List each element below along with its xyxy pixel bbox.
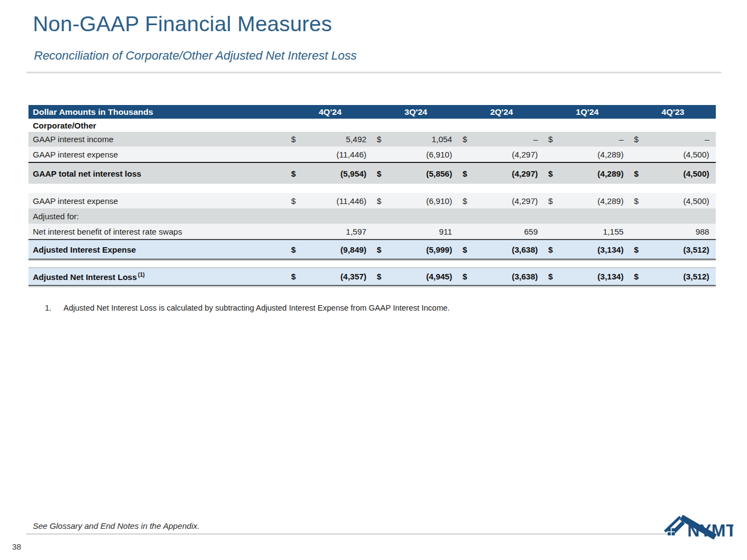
- cell: $(4,289): [545, 196, 630, 206]
- row-label: Adjusted Net Interest Loss(1): [28, 272, 287, 282]
- slide: Non-GAAP Financial Measures Reconciliati…: [0, 0, 747, 560]
- logo-text: NYMT: [687, 521, 733, 540]
- cell: 1,155: [545, 227, 630, 236]
- cell: (4,500): [630, 150, 716, 159]
- page-subtitle: Reconciliation of Corporate/Other Adjust…: [34, 49, 357, 63]
- reconciliation-table: Dollar Amounts in Thousands 4Q'24 3Q'24 …: [28, 105, 716, 287]
- cell: (11,446): [287, 150, 373, 159]
- section-label: Corporate/Other: [28, 121, 287, 130]
- cell: $(6,910): [373, 196, 459, 206]
- cell: $5,492: [287, 135, 373, 144]
- table-row-adjusted-for: Adjusted for:: [28, 208, 716, 224]
- cell: $(3,638): [459, 245, 545, 254]
- section-row: Corporate/Other: [28, 119, 716, 132]
- cell: $–: [630, 135, 716, 144]
- table-header-label: Dollar Amounts in Thousands: [28, 107, 287, 117]
- row-label: Adjusted Interest Expense: [28, 245, 287, 254]
- nymt-logo: NYMT: [662, 514, 733, 540]
- row-spacer: [28, 261, 716, 267]
- cell: $(5,954): [287, 169, 373, 178]
- cell: $(3,638): [459, 272, 545, 281]
- cell: $(3,512): [630, 245, 716, 254]
- cell: $(4,297): [459, 196, 545, 206]
- cell: $(3,512): [630, 272, 716, 281]
- cell: 911: [373, 227, 459, 236]
- column-header-2q24: 2Q'24: [459, 107, 545, 117]
- cell: $(4,289): [545, 169, 630, 178]
- footnote-text: Adjusted Net Interest Loss is calculated…: [63, 304, 450, 312]
- cell: $(4,500): [630, 169, 716, 178]
- table-row-adjusted-interest-expense: Adjusted Interest Expense $(9,849) $(5,9…: [28, 239, 716, 260]
- cell: $1,054: [373, 135, 459, 144]
- row-label: GAAP interest expense: [28, 150, 287, 159]
- cell: $–: [545, 135, 630, 144]
- table-row-gaap-interest-expense: GAAP interest expense (11,446) (6,910) (…: [28, 147, 716, 162]
- cell: 988: [630, 227, 716, 236]
- header-divider: [26, 72, 721, 73]
- cell: $(4,357): [287, 272, 373, 281]
- cell: 659: [459, 227, 545, 236]
- cell: $(9,849): [287, 245, 373, 254]
- column-header-3q24: 3Q'24: [373, 107, 459, 117]
- row-label: GAAP interest income: [28, 135, 287, 144]
- cell: $(5,999): [373, 245, 459, 254]
- cell: $–: [459, 135, 545, 144]
- page-title: Non-GAAP Financial Measures: [33, 12, 332, 36]
- glossary-note: See Glossary and End Notes in the Append…: [33, 521, 200, 530]
- cell: (4,289): [545, 150, 630, 159]
- column-header-4q23: 4Q'23: [630, 107, 716, 117]
- row-spacer: [28, 184, 716, 193]
- footnote-number: 1.: [45, 304, 51, 312]
- cell: (6,910): [373, 150, 459, 159]
- footnote-reference: (1): [138, 272, 144, 278]
- column-header-1q24: 1Q'24: [545, 107, 630, 117]
- table-row-gaap-interest-expense-2: GAAP interest expense $(11,446) $(6,910)…: [28, 193, 716, 208]
- cell: $(5,856): [373, 169, 459, 178]
- table-row-adjusted-net-interest-loss: Adjusted Net Interest Loss(1) $(4,357) $…: [28, 267, 716, 286]
- row-label: GAAP total net interest loss: [28, 169, 287, 178]
- column-header-4q24: 4Q'24: [287, 107, 373, 117]
- row-label: Net interest benefit of interest rate sw…: [28, 227, 287, 236]
- double-line-divider: [28, 286, 716, 287]
- cell: $(11,446): [287, 196, 373, 206]
- table-row-gaap-total-net-interest-loss: GAAP total net interest loss $(5,954) $(…: [28, 162, 716, 184]
- cell: $(3,134): [545, 272, 630, 281]
- footer-divider: [26, 533, 668, 535]
- cell: $(3,134): [545, 245, 630, 254]
- cell: $(4,945): [373, 272, 459, 281]
- cell: (4,297): [459, 150, 545, 159]
- cell: 1,597: [287, 227, 373, 236]
- row-label: Adjusted for:: [28, 212, 287, 221]
- footnote: 1. Adjusted Net Interest Loss is calcula…: [45, 304, 450, 312]
- table-row-gaap-interest-income: GAAP interest income $5,492 $1,054 $– $–…: [28, 132, 716, 147]
- table-header-row: Dollar Amounts in Thousands 4Q'24 3Q'24 …: [28, 105, 716, 119]
- table-row-net-interest-benefit-swaps: Net interest benefit of interest rate sw…: [28, 224, 716, 239]
- cell: $(4,500): [630, 196, 716, 206]
- cell: $(4,297): [459, 169, 545, 178]
- row-label: GAAP interest expense: [28, 196, 287, 206]
- page-number: 38: [12, 542, 21, 551]
